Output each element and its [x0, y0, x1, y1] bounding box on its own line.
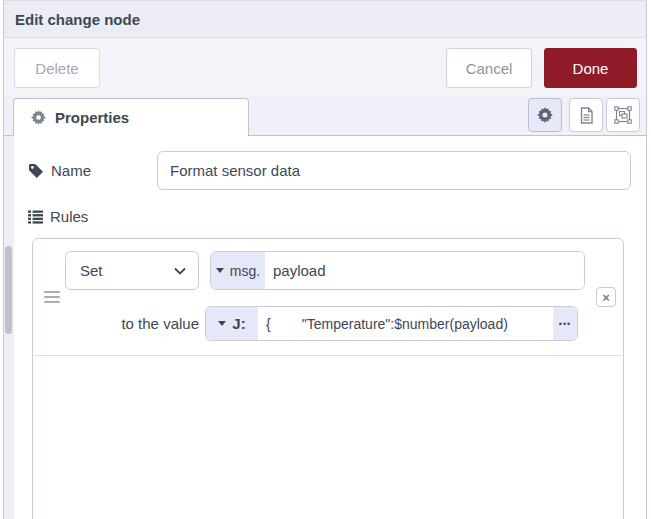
tray-content: Name Rules	[4, 136, 646, 519]
action-select[interactable]: Set	[65, 251, 199, 290]
object-group-icon	[614, 106, 632, 124]
dialog-title: Edit change node	[15, 11, 140, 28]
property-type-button[interactable]: msg.	[211, 252, 265, 289]
gear-icon	[31, 110, 46, 125]
name-input[interactable]	[157, 151, 631, 190]
appearance-tab-button[interactable]	[606, 98, 640, 132]
document-icon	[579, 107, 594, 124]
scrollbar-track	[4, 136, 14, 519]
tab-properties[interactable]: Properties	[13, 98, 249, 136]
value-type-button[interactable]: J:	[206, 307, 258, 340]
dialog-header: Edit change node	[4, 1, 646, 38]
gear-icon	[537, 107, 553, 123]
caret-down-icon	[216, 268, 224, 273]
close-icon: ×	[602, 291, 610, 304]
ellipsis-icon: •••	[559, 319, 571, 329]
rule-value-row: to the value J: { "Temperature":$number(…	[33, 306, 578, 341]
jsonata-icon: J:	[232, 315, 245, 332]
property-typed-input: msg.	[210, 251, 585, 290]
description-tab-button[interactable]	[569, 98, 603, 132]
tab-properties-label: Properties	[55, 109, 129, 126]
action-select-value: Set	[80, 262, 103, 279]
list-icon	[28, 210, 43, 224]
property-type-label: msg.	[230, 263, 260, 279]
cancel-button[interactable]: Cancel	[446, 48, 532, 88]
caret-down-icon	[218, 321, 226, 326]
property-input[interactable]	[265, 252, 584, 289]
tag-icon	[28, 163, 44, 179]
tab-bar: Properties	[4, 96, 646, 136]
expression-input[interactable]: { "Temperature":$number(payload)	[258, 307, 553, 340]
edit-change-node-dialog: Edit change node Delete Cancel Done Prop…	[3, 0, 647, 519]
name-label-row: Name	[28, 162, 91, 179]
to-the-value-label: to the value	[33, 315, 205, 332]
rules-label: Rules	[50, 208, 88, 225]
rule-row: Set msg.	[33, 239, 623, 356]
scrollbar-thumb[interactable]	[5, 246, 12, 334]
dialog-toolbar: Delete Cancel Done	[4, 38, 646, 96]
chevron-down-icon	[174, 267, 186, 275]
rules-label-row: Rules	[28, 208, 88, 225]
rules-list: Set msg.	[32, 238, 624, 519]
done-button[interactable]: Done	[544, 48, 637, 88]
name-label: Name	[51, 162, 91, 179]
expand-expression-button[interactable]: •••	[553, 307, 577, 340]
drag-handle[interactable]	[44, 288, 60, 306]
properties-tab-button[interactable]	[528, 98, 562, 132]
value-typed-input: J: { "Temperature":$number(payload) •••	[205, 306, 578, 341]
rule-property-row: Set msg.	[65, 251, 585, 290]
remove-rule-button[interactable]: ×	[596, 287, 616, 307]
properties-form: Name Rules	[14, 136, 646, 519]
delete-button[interactable]: Delete	[14, 48, 100, 88]
